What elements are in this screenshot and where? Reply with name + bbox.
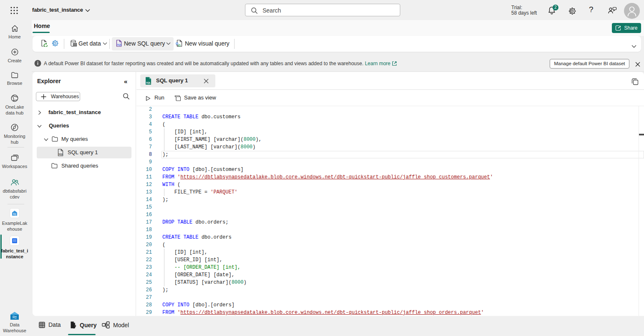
svg-text:SQL: SQL bbox=[58, 153, 63, 155]
svg-text:SQL: SQL bbox=[117, 43, 122, 46]
svg-text:SQL: SQL bbox=[146, 81, 151, 84]
